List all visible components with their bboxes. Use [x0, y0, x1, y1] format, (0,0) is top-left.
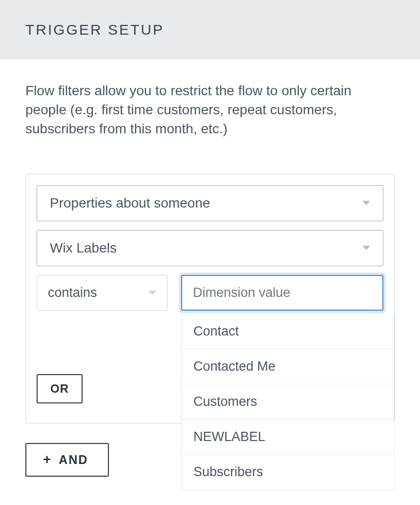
filter-value-wrap: Contact Contacted Me Customers NEWLABEL … — [181, 275, 383, 311]
operator-value-row: contains Contact Contacted Me Customers … — [37, 275, 383, 311]
chevron-down-icon — [362, 201, 370, 205]
dropdown-option[interactable]: NEWLABEL — [182, 420, 394, 455]
chevron-down-icon — [362, 246, 370, 250]
filter-operator-label: contains — [48, 285, 97, 300]
filter-value-input[interactable] — [181, 275, 383, 311]
filter-type-label: Properties about someone — [50, 195, 210, 211]
filter-group: Properties about someone Wix Labels cont… — [25, 174, 395, 423]
filter-value-dropdown: Contact Contacted Me Customers NEWLABEL … — [181, 314, 394, 490]
filter-description: Flow filters allow you to restrict the f… — [25, 81, 395, 139]
section-body: Flow filters allow you to restrict the f… — [0, 60, 420, 496]
filter-property-label: Wix Labels — [50, 240, 117, 256]
dropdown-option[interactable]: Customers — [182, 384, 394, 420]
plus-icon: + — [43, 453, 52, 466]
filter-operator-select[interactable]: contains — [37, 275, 168, 311]
dropdown-option[interactable]: Contact — [182, 314, 394, 349]
section-header: TRIGGER SETUP — [0, 0, 420, 60]
dropdown-option[interactable]: Subscribers — [182, 455, 394, 489]
dropdown-option[interactable]: Contacted Me — [182, 349, 394, 384]
filter-property-select[interactable]: Wix Labels — [37, 230, 383, 266]
chevron-down-icon — [148, 291, 156, 295]
or-button[interactable]: OR — [37, 374, 83, 403]
and-button[interactable]: + AND — [25, 443, 109, 477]
filter-type-select[interactable]: Properties about someone — [37, 185, 383, 221]
section-title: TRIGGER SETUP — [25, 21, 395, 38]
and-button-label: AND — [59, 453, 88, 467]
